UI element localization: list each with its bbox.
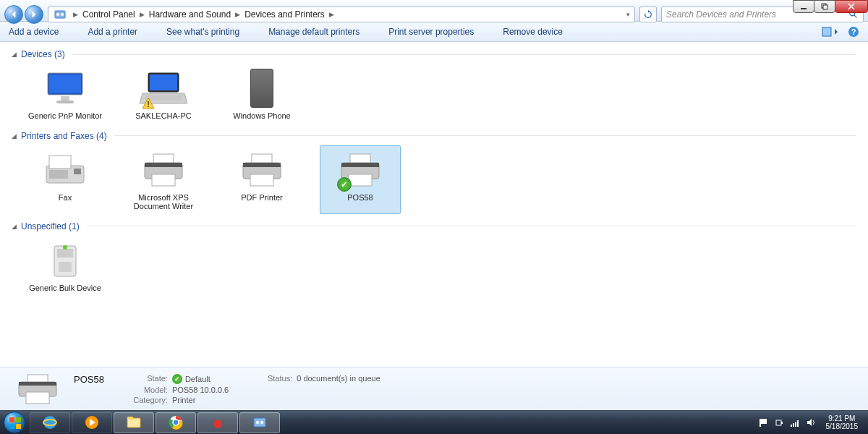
breadcrumb-item-control-panel[interactable]: Control Panel: [82, 9, 135, 20]
remove-device-button[interactable]: Remove device: [503, 27, 563, 37]
default-check-icon: ✓: [337, 177, 352, 192]
close-button[interactable]: [835, 0, 868, 13]
flag-icon[interactable]: [758, 417, 768, 427]
minimize-button[interactable]: [793, 0, 814, 13]
chevron-right-icon: ▶: [235, 11, 240, 18]
model-value: POS58 10.0.0.6: [172, 386, 229, 394]
taskbar-explorer-button[interactable]: [114, 412, 154, 433]
svg-rect-43: [16, 417, 21, 422]
svg-text:?: ?: [851, 27, 856, 36]
collapse-icon: ◢: [12, 51, 17, 58]
svg-rect-21: [49, 170, 68, 179]
svg-rect-41: [26, 392, 49, 404]
windows-logo-icon: [8, 416, 22, 430]
fax-icon: [42, 154, 88, 186]
breadcrumb-item-hardware[interactable]: Hardware and Sound: [149, 9, 231, 20]
back-button[interactable]: [4, 5, 23, 24]
svg-rect-35: [57, 249, 73, 258]
svg-rect-7: [822, 27, 831, 36]
device-item[interactable]: Generic PnP Monitor: [25, 64, 106, 124]
device-item[interactable]: Windows Phone: [221, 64, 302, 124]
breadcrumb-item-devices[interactable]: Devices and Printers: [244, 9, 325, 20]
group-header-devices[interactable]: ◢ Devices (3): [12, 49, 856, 59]
svg-point-36: [63, 245, 67, 250]
ie-icon: [42, 414, 58, 430]
explorer-icon: [126, 414, 142, 430]
svg-rect-37: [59, 262, 72, 272]
svg-rect-29: [250, 174, 273, 186]
power-icon[interactable]: [774, 417, 784, 427]
chevron-right-icon: ▶: [73, 11, 78, 18]
item-label: PDF Printer: [241, 193, 282, 203]
svg-rect-11: [49, 75, 81, 93]
svg-point-56: [256, 421, 259, 424]
generic-device-icon: [48, 242, 82, 279]
model-label: Model:: [126, 386, 168, 394]
add-printer-button[interactable]: Add a printer: [88, 27, 137, 37]
group-title: Devices (3): [21, 49, 65, 59]
forward-button[interactable]: [25, 5, 43, 24]
svg-rect-60: [776, 420, 781, 425]
category-label: Category:: [126, 396, 168, 404]
taskbar-ie-button[interactable]: [30, 412, 70, 433]
svg-rect-65: [797, 420, 799, 427]
clock[interactable]: 9:21 PM 5/18/2015: [822, 414, 863, 430]
chrome-icon: [168, 414, 184, 430]
refresh-button[interactable]: [639, 7, 657, 22]
svg-rect-59: [760, 419, 761, 427]
taskbar-media-button[interactable]: [72, 412, 112, 433]
details-thumbnail-icon: [13, 372, 64, 407]
svg-rect-42: [9, 417, 14, 422]
breadcrumb[interactable]: ▶ Control Panel ▶ Hardware and Sound ▶ D…: [48, 7, 635, 22]
network-icon[interactable]: [790, 417, 800, 427]
svg-point-57: [260, 421, 263, 424]
group-header-unspecified[interactable]: ◢ Unspecified (1): [12, 221, 856, 231]
start-button[interactable]: [0, 411, 29, 435]
svg-rect-24: [145, 163, 182, 167]
chevron-down-icon[interactable]: ▾: [626, 11, 630, 18]
server-props-button[interactable]: Print server properties: [388, 27, 474, 37]
taskbar-control-panel-button[interactable]: [239, 412, 280, 433]
device-item[interactable]: ! SAKLECHA-PC: [123, 64, 204, 124]
svg-rect-15: [150, 75, 177, 90]
svg-rect-0: [801, 8, 807, 9]
view-options-icon[interactable]: [822, 26, 841, 38]
printer-item-xps[interactable]: Microsoft XPS Document Writer: [123, 145, 204, 214]
svg-rect-40: [19, 382, 56, 386]
warning-icon: !: [142, 97, 155, 110]
svg-rect-25: [152, 174, 175, 186]
printer-item-pos58[interactable]: ✓ POS58: [320, 145, 401, 214]
command-bar: Add a device Add a printer See what's pr…: [0, 22, 868, 42]
group-title: Printers and Faxes (4): [21, 131, 107, 141]
group-title: Unspecified (1): [21, 221, 80, 231]
maximize-button[interactable]: [814, 0, 835, 13]
help-icon[interactable]: ?: [848, 26, 859, 38]
category-value: Printer: [172, 396, 195, 404]
group-header-printers[interactable]: ◢ Printers and Faxes (4): [12, 131, 856, 141]
svg-point-5: [61, 13, 64, 16]
see-printing-button[interactable]: See what's printing: [166, 27, 239, 37]
content-area: ◢ Devices (3) Generic PnP Monitor ! SAKL…: [0, 42, 868, 367]
item-label: Microsoft XPS Document Writer: [126, 193, 201, 211]
printer-icon: [140, 153, 187, 187]
time-text: 9:21 PM: [826, 414, 859, 422]
taskbar-chrome-button[interactable]: [156, 412, 196, 433]
printer-item-pdf[interactable]: PDF Printer: [221, 145, 302, 214]
svg-rect-62: [791, 425, 792, 427]
monitor-icon: [45, 72, 85, 105]
state-value: Default: [185, 375, 210, 383]
volume-icon[interactable]: [806, 417, 816, 427]
printer-item-fax[interactable]: Fax: [25, 145, 106, 214]
add-device-button[interactable]: Add a device: [9, 27, 59, 37]
manage-defaults-button[interactable]: Manage default printers: [268, 27, 359, 37]
item-label: Windows Phone: [233, 111, 291, 121]
svg-rect-20: [74, 169, 81, 174]
svg-text:!: !: [147, 100, 150, 109]
svg-rect-55: [254, 418, 265, 427]
unspecified-item[interactable]: Generic Bulk Device: [25, 236, 106, 296]
svg-rect-32: [341, 163, 379, 167]
details-pane: POS58 State: ✓Default Model: POS58 10.0.…: [0, 367, 868, 410]
chevron-right-icon: ▶: [140, 11, 145, 18]
taskbar-app-button[interactable]: [197, 412, 238, 433]
item-label: Generic Bulk Device: [29, 284, 101, 293]
